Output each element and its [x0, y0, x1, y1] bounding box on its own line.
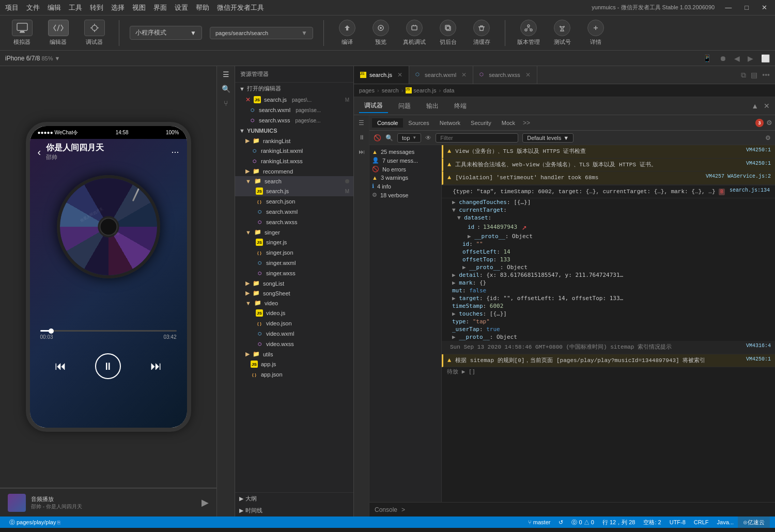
console-input[interactable]: [408, 506, 770, 513]
debug-tab-issues[interactable]: 问题: [393, 100, 416, 113]
window-maximize[interactable]: □: [742, 4, 751, 11]
console-filter-toggle[interactable]: 🔍: [385, 134, 393, 142]
open-file-search-wxml[interactable]: ⬡ search.wxml pages\se...: [235, 105, 353, 115]
device-control-forward[interactable]: ▶: [748, 54, 753, 62]
subtab-mock[interactable]: Mock: [497, 118, 520, 128]
entry-link-vm4316[interactable]: VM4316:4: [746, 343, 771, 349]
file-search-wxml[interactable]: ⬡ search.wxml: [235, 207, 353, 217]
more-button[interactable]: ···: [171, 147, 179, 158]
compile-button[interactable]: 编译: [334, 20, 360, 46]
context-selector[interactable]: top ▼: [397, 133, 421, 143]
file-video-wxss[interactable]: ⬡ video.wxss: [235, 339, 353, 349]
detail-button[interactable]: 详情: [583, 20, 609, 46]
breadcrumb-data[interactable]: data: [443, 87, 454, 93]
console-prop-changedtouches[interactable]: ▶ changedTouches: [{…}]: [442, 198, 775, 206]
project-section[interactable]: ▼ YUNMUICS: [235, 126, 353, 136]
device-control-record[interactable]: ⏺: [719, 54, 726, 62]
device-control-expand[interactable]: ⬜: [761, 54, 770, 62]
clear-cache-button[interactable]: 清缓存: [469, 20, 494, 46]
console-prop-proto-2[interactable]: ▶ __proto__: Object: [442, 263, 775, 271]
outline-section[interactable]: ▶ 大纲: [235, 493, 353, 505]
file-video-wxml[interactable]: ⬡ video.wxml: [235, 328, 353, 339]
real-debug-button[interactable]: 真机调试: [401, 20, 427, 46]
mode-selector[interactable]: 小程序模式 ▼: [130, 26, 202, 40]
subtab-security[interactable]: Security: [466, 118, 497, 128]
folder-rankinglist[interactable]: ▶ 📁 rankingList: [235, 136, 353, 146]
file-singer-json[interactable]: { } singer.json: [235, 247, 353, 258]
more-tabs-chevron[interactable]: >>: [523, 119, 530, 127]
file-app-js[interactable]: JS app.js: [235, 359, 353, 369]
tab-search-wxml[interactable]: ⬡ search.wxml ✕: [409, 66, 473, 84]
folder-utils[interactable]: ▶ 📁 utils: [235, 349, 353, 359]
subtab-console[interactable]: Console: [372, 118, 403, 128]
breadcrumb-pages[interactable]: pages: [359, 87, 375, 93]
menu-item-project[interactable]: 项目: [5, 3, 19, 12]
entry-link-search-js-134[interactable]: search.js:134: [730, 187, 770, 193]
entry-link-wa[interactable]: VM4257 WAService.js:2: [706, 174, 771, 179]
console-prop-proto-3[interactable]: ▶ __proto__: Object: [442, 333, 775, 341]
folder-recommend[interactable]: ▶ 📁 recommend: [235, 166, 353, 176]
msg-count-warnings[interactable]: ▲ 3 warnings: [369, 174, 441, 182]
file-video-js[interactable]: JS video.js: [235, 308, 353, 318]
entry-link-vm4250-2[interactable]: VM4250:1: [746, 161, 771, 166]
menu-item-select[interactable]: 选择: [111, 3, 125, 12]
play-pause-button[interactable]: ⏸: [95, 353, 121, 379]
tab-close-search-wxss[interactable]: ✕: [525, 71, 531, 79]
back-button[interactable]: ‹: [38, 146, 41, 158]
console-settings-btn[interactable]: ⚙: [765, 134, 771, 142]
tab-search-js[interactable]: JS search.js ✕: [354, 66, 409, 84]
menu-item-settings[interactable]: 设置: [175, 3, 188, 12]
tab-close-search-wxml[interactable]: ✕: [461, 71, 467, 79]
status-copy-icon[interactable]: ⎘: [57, 520, 60, 525]
console-prop-target[interactable]: ▶ target: {id: "", offsetLeft: 14, offse…: [442, 294, 775, 302]
file-video-json[interactable]: { } video.json: [235, 318, 353, 328]
status-branch[interactable]: ⑂ master: [524, 519, 555, 525]
menu-item-interface[interactable]: 界面: [153, 3, 167, 12]
source-control-toggle[interactable]: ⑂: [224, 99, 228, 107]
more-tabs-button[interactable]: •••: [761, 70, 771, 81]
console-prop-touches[interactable]: ▶ touches: [{…}]: [442, 310, 775, 318]
menu-item-wechat-tools[interactable]: 微信开发者工具: [217, 3, 264, 12]
console-prop-currenttarget[interactable]: ▼ currentTarget:: [442, 206, 775, 214]
editor-button[interactable]: 编辑器: [44, 20, 72, 46]
msg-count-info[interactable]: ℹ 4 info: [369, 182, 441, 191]
folder-singer[interactable]: ▼ 📁 singer: [235, 227, 353, 237]
menu-item-help[interactable]: 帮助: [196, 3, 209, 12]
url-bar[interactable]: pages/search/search ▼: [210, 27, 313, 39]
debug-button[interactable]: 调试器: [80, 20, 109, 46]
cut-back-button[interactable]: 切后台: [435, 20, 461, 46]
tab-close-search-js[interactable]: ✕: [397, 71, 402, 79]
folder-search[interactable]: ▼ 📁 search: [235, 176, 353, 186]
file-singer-wxss[interactable]: ⬡ singer.wxss: [235, 268, 353, 278]
menu-item-view[interactable]: 视图: [132, 3, 146, 12]
file-search-js[interactable]: JS search.js M: [235, 186, 353, 196]
debug-nav-btn-1[interactable]: ☰: [357, 118, 366, 128]
open-file-search-js[interactable]: ✕ JS search.js pages\... M: [235, 95, 353, 105]
console-filter-input[interactable]: [436, 133, 518, 143]
file-explorer-toggle[interactable]: ☰: [223, 70, 229, 79]
status-errors[interactable]: ⓪ 0 △ 0: [567, 519, 598, 526]
next-button[interactable]: ⏭: [150, 359, 162, 373]
file-search-json[interactable]: { } search.json: [235, 196, 353, 207]
tab-search-wxss[interactable]: ⬡ search.wxss ✕: [473, 66, 537, 84]
file-singer-wxml[interactable]: ⬡ singer.wxml: [235, 258, 353, 268]
preview-button[interactable]: 预览: [368, 20, 394, 46]
console-prop-dataset[interactable]: ▼ dataset:: [442, 214, 775, 222]
breadcrumb-search-js[interactable]: search.js: [413, 87, 436, 93]
menu-item-edit[interactable]: 编辑: [48, 3, 61, 12]
entry-link-vm4250[interactable]: VM4250:1: [746, 147, 771, 153]
debug-tab-output[interactable]: 输出: [421, 100, 444, 113]
menu-item-file[interactable]: 文件: [26, 3, 40, 12]
version-button[interactable]: 版本管理: [516, 20, 541, 46]
layout-button[interactable]: ▤: [750, 70, 758, 81]
console-prop-proto-1[interactable]: ▶ __proto__: Object: [442, 232, 775, 240]
debug-close-button[interactable]: ✕: [764, 102, 770, 110]
console-clear-button[interactable]: 🚫: [374, 134, 381, 142]
device-control-phone[interactable]: 📱: [703, 54, 711, 62]
status-sync[interactable]: ↺: [554, 519, 567, 526]
window-close[interactable]: ✕: [759, 4, 770, 11]
console-prop-detail[interactable]: ▶ detail: {x: 83.61766815185547, y: 211.…: [442, 271, 775, 279]
file-app-json[interactable]: { } app.json: [235, 369, 353, 380]
file-rankinglist-wxml[interactable]: ⬡ rankingList.wxml: [235, 146, 353, 156]
msg-count-all[interactable]: ▲ 25 messages: [369, 148, 441, 156]
